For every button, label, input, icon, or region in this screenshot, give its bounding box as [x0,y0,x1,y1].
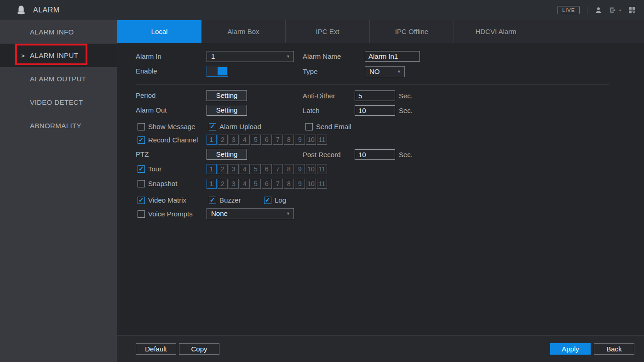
qr-code-icon[interactable] [628,6,636,14]
channel-box-10[interactable]: 10 [306,135,316,145]
tour-checkbox[interactable]: Tour [138,163,161,175]
tour-label: Tour [148,165,161,173]
title-bar: ALARM LIVE ▾ [0,0,644,20]
sidebar-item-video-detect[interactable]: VIDEO DETECT [0,90,117,114]
checkbox-icon [138,136,145,144]
period-label: Period [136,91,207,99]
channel-box-6[interactable]: 6 [262,179,272,189]
channel-box-5[interactable]: 5 [251,135,261,145]
sidebar-item-alarm-input[interactable]: > ALARM INPUT [0,44,117,67]
record-channel-checkbox[interactable]: Record Channel [138,134,198,146]
footer-bar: Default Copy Apply Back [117,335,644,362]
channel-box-11[interactable]: 11 [317,135,327,145]
type-label: Type [303,68,365,75]
alarm-out-setting-button[interactable]: Setting [207,105,247,116]
sidebar-item-label: ABNORMALITY [30,122,81,130]
send-email-checkbox[interactable]: Send Email [305,121,351,132]
sidebar-item-label: ALARM OUTPUT [30,75,86,83]
channel-box-7[interactable]: 7 [273,164,283,174]
post-record-unit: Sec. [399,151,413,158]
snapshot-channel-selector: 1234567891011 [207,178,328,189]
channel-box-10[interactable]: 10 [306,164,316,174]
channel-box-3[interactable]: 3 [229,135,239,145]
tab-hdcvi-alarm[interactable]: HDCVI Alarm [454,20,538,43]
channel-box-11[interactable]: 11 [317,164,327,174]
apply-button[interactable]: Apply [550,343,591,355]
checkbox-icon [138,165,145,173]
snapshot-label: Snapshot [148,180,177,187]
channel-box-9[interactable]: 9 [295,135,305,145]
channel-box-4[interactable]: 4 [240,164,250,174]
channel-box-8[interactable]: 8 [284,164,294,174]
channel-box-4[interactable]: 4 [240,179,250,189]
tab-ipc-offline[interactable]: IPC Offline [370,20,454,43]
tab-ipc-ext[interactable]: IPC Ext [286,20,370,43]
enable-toggle[interactable] [207,66,228,77]
post-record-input[interactable]: 10 [355,149,395,160]
channel-box-3[interactable]: 3 [229,179,239,189]
post-record-label: Post Record [303,151,355,158]
voice-prompts-checkbox[interactable]: Voice Prompts [138,208,193,220]
channel-box-6[interactable]: 6 [262,135,272,145]
voice-prompts-select[interactable]: None ▼ [207,208,294,219]
tab-local[interactable]: Local [117,20,201,43]
channel-box-9[interactable]: 9 [295,164,305,174]
channel-box-5[interactable]: 5 [251,179,261,189]
channel-box-4[interactable]: 4 [240,135,250,145]
alarm-upload-label: Alarm Upload [219,123,261,130]
default-button[interactable]: Default [136,343,176,355]
sidebar-item-alarm-output[interactable]: ALARM OUTPUT [0,67,117,90]
channel-box-11[interactable]: 11 [317,179,327,189]
channel-box-6[interactable]: 6 [262,164,272,174]
channel-box-10[interactable]: 10 [306,179,316,189]
alarm-in-select[interactable]: 1 ▼ [207,51,294,62]
video-matrix-checkbox[interactable]: Video Matrix [138,194,186,206]
back-button[interactable]: Back [594,343,634,355]
show-message-label: Show Message [148,123,196,130]
period-setting-button[interactable]: Setting [207,90,247,101]
channel-box-5[interactable]: 5 [251,164,261,174]
topbar-divider [587,6,587,14]
sidebar-item-label: VIDEO DETECT [30,98,83,106]
channel-box-7[interactable]: 7 [273,179,283,189]
send-email-label: Send Email [316,123,351,130]
logout-icon[interactable]: ▾ [610,6,621,14]
channel-box-9[interactable]: 9 [295,179,305,189]
alarm-name-value: Alarm In1 [368,52,398,60]
channel-box-2[interactable]: 2 [218,179,228,189]
channel-box-2[interactable]: 2 [218,164,228,174]
checkbox-icon [138,197,145,204]
anti-dither-input[interactable]: 5 [355,90,395,101]
checkbox-icon [138,210,145,218]
copy-button[interactable]: Copy [179,343,219,355]
anti-dither-label: Anti-Dither [303,92,355,100]
type-value: NO [369,68,380,75]
alarm-name-input[interactable]: Alarm In1 [365,51,420,62]
type-select[interactable]: NO ▼ [365,66,405,77]
alarm-name-label: Alarm Name [303,52,365,60]
channel-box-1[interactable]: 1 [207,179,217,189]
alarm-upload-checkbox[interactable]: Alarm Upload [209,121,261,132]
show-message-checkbox[interactable]: Show Message [138,121,196,132]
log-checkbox[interactable]: Log [264,194,286,206]
channel-box-7[interactable]: 7 [273,135,283,145]
latch-input[interactable]: 10 [355,105,395,116]
channel-box-2[interactable]: 2 [218,135,228,145]
buzzer-checkbox[interactable]: Buzzer [209,194,241,206]
live-button[interactable]: LIVE [558,6,580,14]
channel-box-8[interactable]: 8 [284,135,294,145]
channel-box-3[interactable]: 3 [229,164,239,174]
section-divider [136,84,609,85]
tab-alarm-box[interactable]: Alarm Box [201,20,286,43]
user-icon[interactable] [595,6,602,14]
checkbox-icon [209,123,216,130]
channel-box-1[interactable]: 1 [207,135,217,145]
snapshot-checkbox[interactable]: Snapshot [138,178,177,189]
chevron-down-icon: ▼ [397,69,401,74]
latch-label: Latch [303,107,355,114]
sidebar-item-alarm-info[interactable]: ALARM INFO [0,20,117,44]
channel-box-1[interactable]: 1 [207,164,217,174]
ptz-setting-button[interactable]: Setting [207,149,247,160]
channel-box-8[interactable]: 8 [284,179,294,189]
sidebar-item-abnormality[interactable]: ABNORMALITY [0,114,117,137]
